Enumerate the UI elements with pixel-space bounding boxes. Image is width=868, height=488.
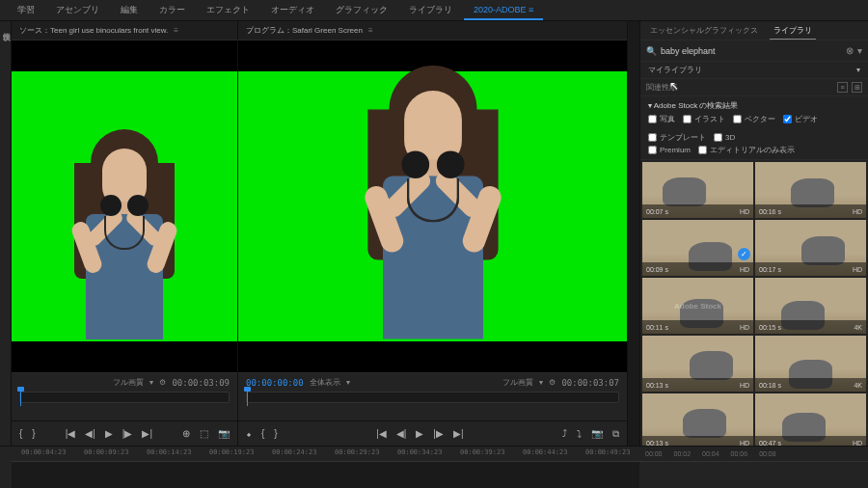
stock-thumbnail[interactable]: Adobe Stock00:11 sHD (642, 278, 753, 334)
workspace-tabs: 学習 アセンブリ 編集 カラー エフェクト オーディオ グラフィック ライブラリ… (0, 0, 868, 21)
tab-color[interactable]: カラー (149, 0, 195, 20)
go-in-icon[interactable]: |◀ (66, 428, 76, 439)
close-icon[interactable]: ≡ (174, 26, 178, 35)
play-icon[interactable]: ▶ (105, 428, 113, 439)
timeline-ruler[interactable]: 00:00:04:2300:00:09:2300:00:14:2300:00:1… (12, 447, 639, 462)
filter-3d[interactable]: 3D (714, 132, 735, 143)
mark-out-icon[interactable]: } (274, 428, 277, 439)
filter-illust[interactable]: イラスト (683, 114, 725, 124)
chevron-down-icon[interactable]: ▾ (857, 45, 862, 56)
stock-results-grid[interactable]: 00:07 sHD00:16 sHD✓00:09 sHD00:17 sHDAdo… (640, 160, 868, 446)
program-monitor: プログラム：Safari Green Screen ≡ (238, 21, 628, 446)
tab-graphics[interactable]: グラフィック (326, 0, 397, 20)
stock-thumbnail[interactable]: 00:07 sHD (642, 162, 753, 218)
filter-template[interactable]: テンプレート (648, 132, 706, 143)
filter-editorial[interactable]: エディトリアルのみ表示 (698, 145, 795, 155)
source-viewer[interactable] (12, 41, 237, 372)
filter-premium[interactable]: Premium (648, 145, 691, 155)
settings-icon[interactable]: ⚙ (549, 378, 556, 387)
program-viewer[interactable] (238, 41, 627, 372)
compare-icon[interactable]: ⧉ (612, 428, 619, 440)
settings-icon[interactable]: ⚙ (159, 378, 166, 387)
view-mode-dropdown[interactable]: 全体表示 (310, 377, 340, 388)
mark-in-icon[interactable]: { (19, 428, 22, 439)
step-back-icon[interactable]: ◀| (396, 428, 407, 439)
program-timecode-right[interactable]: 00:00:03:07 (561, 378, 619, 388)
search-input[interactable] (661, 46, 842, 56)
program-timecode-left[interactable]: 00:00:00:00 (246, 378, 304, 388)
tab-audio[interactable]: オーディオ (261, 0, 324, 20)
go-out-icon[interactable]: ▶| (453, 428, 464, 439)
extract-icon[interactable]: ⤵ (577, 428, 582, 439)
tab-learn[interactable]: 学習 (8, 0, 44, 20)
insert-icon[interactable]: ⊕ (182, 428, 190, 439)
source-monitor: ソース：Teen girl use binoculars front view.… (12, 21, 238, 446)
filter-video[interactable]: ビデオ (783, 114, 818, 124)
licensed-badge-icon: ✓ (738, 248, 750, 260)
chevron-down-icon[interactable]: ▾ (346, 378, 350, 387)
stock-thumbnail[interactable]: 00:16 sHD (755, 162, 866, 218)
timeline-panel: 00:00:04:2300:00:09:2300:00:14:2300:00:1… (0, 446, 868, 488)
program-scrubber[interactable] (246, 392, 619, 403)
zoom-icon[interactable]: ▾ (149, 378, 153, 387)
left-panel-collapsed[interactable]: 操作状況 (0, 21, 12, 446)
export-frame-icon[interactable]: 📷 (218, 428, 230, 439)
go-out-icon[interactable]: ▶| (142, 428, 152, 439)
close-icon[interactable]: ≡ (368, 26, 373, 35)
tab-libraries[interactable]: ライブラリ (770, 22, 816, 40)
program-transport: ⬥ { } |◀ ◀| ▶ |▶ ▶| ⤴ ⤵ 📷 ⧉ (238, 420, 627, 446)
source-transport: { } |◀ ◀| ▶ |▶ ▶| ⊕ ⬚ 📷 (12, 420, 237, 446)
filter-vector[interactable]: ベクター (733, 114, 775, 124)
search-icon: 🔍 (646, 46, 657, 56)
go-in-icon[interactable]: |◀ (376, 428, 387, 439)
audio-timeline-ruler[interactable]: 00:0000:0200:0400:0600:08 (639, 447, 868, 462)
stock-thumbnail[interactable]: 00:13 sHD (642, 336, 753, 392)
chevron-down-icon: ▾ (856, 66, 860, 74)
step-back-icon[interactable]: ◀| (85, 428, 95, 439)
stock-thumbnail[interactable]: 00:18 s4K (755, 336, 866, 392)
clear-search-icon[interactable]: ⊗ (846, 45, 854, 56)
timeline-tracks[interactable] (12, 462, 639, 488)
cursor-icon: ↖ (669, 79, 679, 93)
fit-dropdown[interactable]: フル画質 (502, 377, 533, 388)
stock-thumbnail[interactable]: 00:15 s4K (755, 278, 866, 334)
stock-thumbnail[interactable]: 00:13 sHD (642, 393, 753, 446)
play-icon[interactable]: ▶ (416, 428, 423, 439)
tab-2020adobe[interactable]: 2020-ADOBE ≡ (464, 1, 543, 20)
tab-assembly[interactable]: アセンブリ (46, 0, 109, 20)
stock-thumbnail[interactable]: ✓00:09 sHD (642, 220, 753, 276)
tab-edit[interactable]: 編集 (111, 0, 148, 20)
view-list-icon[interactable]: ≡ (837, 82, 848, 93)
program-header: プログラム：Safari Green Screen ≡ (238, 21, 627, 41)
mark-out-icon[interactable]: } (32, 428, 35, 439)
export-frame-icon[interactable]: 📷 (591, 428, 603, 439)
overwrite-icon[interactable]: ⬚ (200, 428, 208, 439)
stock-results-header: ▾ Adobe Stock の検索結果 (648, 100, 860, 111)
fit-dropdown[interactable]: フル画質 (113, 377, 144, 388)
library-selector[interactable]: マイライブラリ ▾ (640, 62, 868, 79)
chevron-down-icon[interactable]: ▾ (539, 378, 543, 387)
tab-effects[interactable]: エフェクト (197, 0, 259, 20)
tab-library[interactable]: ライブラリ (399, 0, 462, 20)
marker-icon[interactable]: ⬥ (246, 428, 252, 439)
lift-icon[interactable]: ⤴ (562, 428, 567, 439)
source-timecode[interactable]: 00:00:03:09 (172, 378, 230, 388)
stock-thumbnail[interactable]: 00:17 sHD (755, 220, 866, 276)
stock-thumbnail[interactable]: 00:47 sHD (755, 393, 866, 446)
source-scrubber[interactable] (19, 392, 230, 403)
step-fwd-icon[interactable]: |▶ (433, 428, 444, 439)
left-panel-label: 操作状況 (0, 21, 11, 27)
library-panel: エッセンシャルグラフィックス ライブラリ 🔍 ⊗ ▾ マイライブラリ ▾ 関連性… (639, 21, 868, 446)
view-grid-icon[interactable]: ⊞ (852, 82, 862, 93)
source-header: ソース：Teen girl use binoculars front view.… (12, 21, 237, 41)
filter-photo[interactable]: 写真 (648, 114, 675, 124)
mark-in-icon[interactable]: { (261, 428, 264, 439)
step-fwd-icon[interactable]: |▶ (122, 428, 133, 439)
tab-menu-icon[interactable]: ≡ (529, 5, 533, 14)
tab-essential-graphics[interactable]: エッセンシャルグラフィックス (646, 22, 762, 39)
